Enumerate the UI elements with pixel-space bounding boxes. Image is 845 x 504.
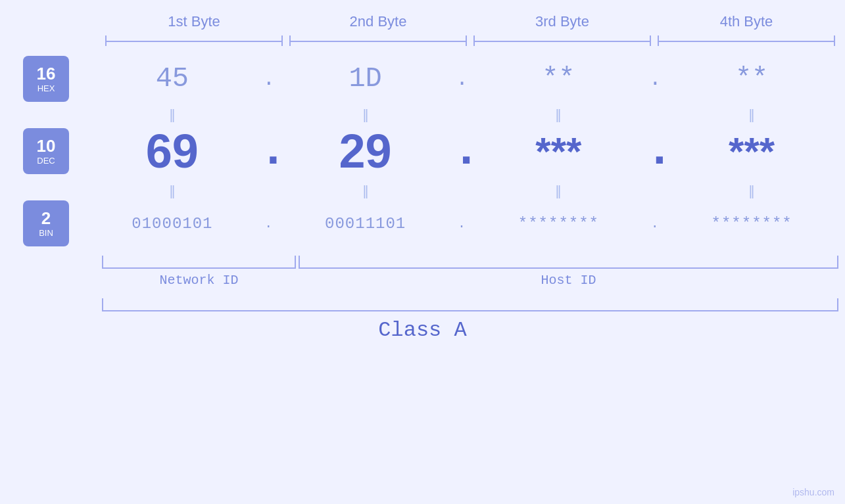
hex-v3: ** [472,63,646,95]
dec-badge: 10 DEC [23,128,69,174]
dec-v3: *** [472,129,646,174]
bracket-row [7,35,838,46]
bracket-byte1 [105,35,283,46]
bin-d2: . [452,216,472,231]
dec-values: 69 . 29 . *** . *** [85,124,838,178]
watermark: ipshu.com [792,487,834,497]
byte4-header: 4th Byte [654,13,838,30]
dec-v2: 29 [279,124,452,178]
hex-d1: . [259,67,279,91]
bin-v4: ******** [665,215,838,233]
hex-badge-cell: 16 HEX [7,56,85,102]
class-label: Class A [7,318,838,342]
hex-v1: 45 [85,63,259,95]
bin-badge-cell: 2 BIN [7,200,85,246]
main-container: 1st Byte 2nd Byte 3rd Byte 4th Byte 16 H… [0,0,845,504]
eq2-c2: ‖ [279,183,452,198]
hex-badge-label: HEX [37,83,55,93]
dec-badge-label: DEC [37,156,55,166]
hex-d2: . [452,67,472,91]
bin-d3: . [645,216,665,231]
bin-badge-num: 2 [41,209,51,228]
hex-v2: 1D [279,63,452,95]
eq2-c3: ‖ [472,183,646,198]
eq2-c1: ‖ [85,183,259,198]
host-bracket [299,256,838,269]
bin-v1: 01000101 [85,215,259,233]
eq1-c4: ‖ [665,106,838,122]
eq2-c4: ‖ [665,183,838,198]
class-bracket-row [7,298,838,311]
hex-d3: . [645,67,665,91]
bracket-byte3 [473,35,651,46]
bin-v2: 00011101 [279,215,452,233]
network-id-label: Network ID [102,273,296,288]
hex-row: 16 HEX 45 . 1D . ** . ** [7,56,838,102]
eq1-c3: ‖ [472,106,646,122]
network-host-labels: Network ID Host ID [7,273,838,288]
dec-badge-cell: 10 DEC [7,128,85,174]
host-id-label: Host ID [299,273,838,288]
eq1-c1: ‖ [85,106,259,122]
bin-badge-label: BIN [39,228,53,238]
bin-d1: . [259,216,279,231]
bracket-byte2 [289,35,467,46]
equals-row-2: ‖ ‖ ‖ ‖ [7,181,838,200]
dec-v4: *** [665,129,838,174]
network-bracket [102,256,296,269]
bracket-byte4 [658,35,835,46]
equals-row-1: ‖ ‖ ‖ ‖ [7,104,838,124]
dec-d3: . [645,124,665,178]
hex-values: 45 . 1D . ** . ** [85,63,838,95]
dec-d2: . [452,124,472,178]
dec-row: 10 DEC 69 . 29 . *** . *** [7,124,838,178]
bin-v3: ******** [472,215,646,233]
byte3-header: 3rd Byte [470,13,654,30]
bin-badge: 2 BIN [23,200,69,246]
bottom-section: Network ID Host ID Class A [7,256,838,342]
dec-badge-num: 10 [37,137,56,156]
byte1-header: 1st Byte [102,13,286,30]
bin-values: 01000101 . 00011101 . ******** . *******… [85,215,838,233]
eq1-c2: ‖ [279,106,452,122]
dec-v1: 69 [85,124,259,178]
header-row: 1st Byte 2nd Byte 3rd Byte 4th Byte [7,13,838,30]
dec-d1: . [259,124,279,178]
class-bracket [102,298,838,311]
byte2-header: 2nd Byte [286,13,470,30]
hex-v4: ** [665,63,838,95]
hex-badge: 16 HEX [23,56,69,102]
hex-badge-num: 16 [37,64,56,83]
bin-row: 2 BIN 01000101 . 00011101 . ******** . [7,200,838,246]
network-host-brackets [7,256,838,269]
